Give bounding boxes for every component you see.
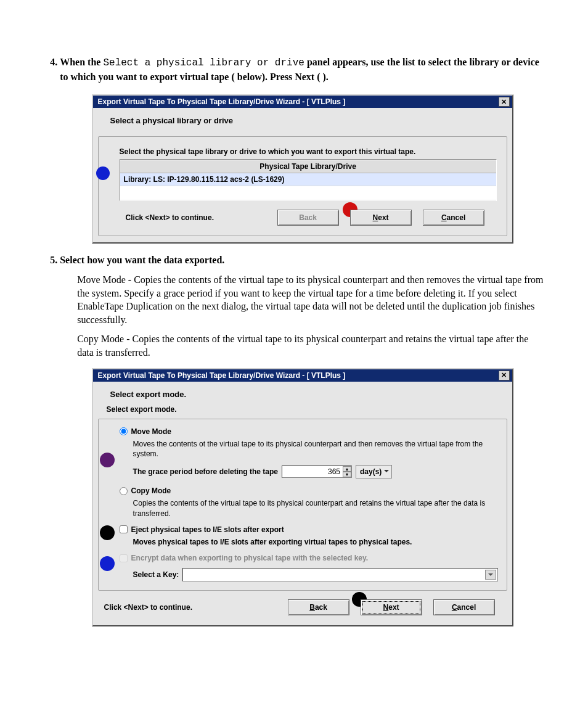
titlebar[interactable]: Export Virtual Tape To Physical Tape Lib… (93, 96, 512, 108)
dialog-select-library: Export Virtual Tape To Physical Tape Lib… (92, 94, 513, 244)
copy-mode-radio[interactable] (120, 487, 128, 495)
step4-lead-prefix: When the (60, 57, 103, 67)
spinner-up-icon[interactable]: ▲ (343, 466, 351, 472)
grace-spinner[interactable]: ▲▼ (343, 466, 351, 477)
callout-dot-blue (96, 166, 110, 180)
encrypt-checkbox (120, 554, 128, 562)
move-mode-radio[interactable] (120, 427, 128, 435)
dialog1-instruction: Select the physical tape library or driv… (120, 147, 497, 157)
eject-desc: Moves physical tapes to I/E slots after … (133, 537, 498, 547)
dialog2-footer-hint: Click <Next> to continue. (104, 602, 192, 612)
cancel-button[interactable]: Cancel (423, 210, 484, 226)
copy-mode-desc: Copies the contents of the virtual tape … (133, 498, 498, 518)
library-listbox[interactable]: Physical Tape Library/Drive Library: LS:… (120, 159, 497, 201)
dialog-select-mode: Export Virtual Tape To Physical Tape Lib… (92, 368, 513, 627)
titlebar-2[interactable]: Export Virtual Tape To Physical Tape Lib… (93, 369, 512, 382)
dialog2-title: Export Virtual Tape To Physical Tape Lib… (98, 371, 346, 380)
callout-dot-purple (100, 453, 115, 467)
dialog2-subtitle: Select export mode. (98, 385, 507, 403)
eject-option[interactable]: Eject physical tapes to I/E slots after … (120, 525, 498, 535)
close-icon[interactable]: ✕ (499, 97, 510, 107)
encrypt-label: Encrypt data when exporting to physical … (131, 553, 369, 563)
back-button[interactable]: Back (288, 599, 349, 615)
next-button[interactable]: Next (350, 210, 412, 226)
grace-unit-select[interactable]: day(s) (356, 465, 392, 478)
step-5: Select how you want the data exported. M… (60, 253, 545, 626)
close-icon[interactable]: ✕ (499, 371, 510, 380)
step5-heading: Select how you want the data exported. (60, 255, 224, 265)
grace-value-input[interactable] (282, 466, 352, 478)
copy-mode-option[interactable]: Copy Mode (120, 486, 498, 496)
spinner-down-icon[interactable]: ▼ (343, 472, 351, 477)
eject-label: Eject physical tapes to I/E slots after … (131, 525, 284, 535)
library-panel: Select the physical tape library or driv… (98, 136, 507, 237)
listbox-row-empty[interactable] (120, 186, 496, 200)
eject-checkbox[interactable] (120, 525, 128, 533)
listbox-row-selected[interactable]: Library: LS: IP-129.80.115.112 acs-2 (LS… (120, 173, 496, 186)
select-key-label: Select a Key: (133, 570, 179, 580)
select-key-combo[interactable] (182, 568, 497, 581)
mode-fieldset: Move Mode Moves the contents ot the virt… (98, 419, 507, 591)
step5-copy-para: Copy Mode - Copies the contents of the v… (77, 332, 545, 359)
step-4: When the Select a physical library or dr… (60, 55, 545, 244)
next-button[interactable]: Next (361, 599, 422, 615)
back-button: Back (277, 210, 339, 226)
move-mode-label: Move Mode (131, 427, 171, 437)
grace-label: The grace period before deleting the tap… (133, 467, 278, 477)
callout-dot-blue-2 (100, 556, 115, 571)
step4-code: Select a physical library or drive (103, 57, 304, 68)
move-mode-option[interactable]: Move Mode (120, 427, 498, 437)
encrypt-option: Encrypt data when exporting to physical … (120, 553, 498, 563)
dialog1-title: Export Virtual Tape To Physical Tape Lib… (98, 97, 346, 107)
callout-dot-black-1 (100, 525, 115, 540)
select-key-row: Select a Key: (133, 568, 498, 581)
dialog1-subtitle: Select a physical library or drive (98, 112, 507, 134)
dialog1-footer-hint: Click <Next> to continue. (126, 213, 214, 223)
dialog2-panel-heading: Select export mode. (98, 402, 507, 414)
cancel-button[interactable]: Cancel (433, 599, 495, 615)
grace-period-row: The grace period before deleting the tap… (133, 465, 498, 478)
step5-move-para: Move Mode - Copies the contents of the v… (77, 273, 545, 326)
listbox-column-header: Physical Tape Library/Drive (120, 160, 496, 173)
copy-mode-label: Copy Mode (131, 486, 171, 496)
move-mode-desc: Moves the contents ot the virtual tape t… (133, 439, 498, 459)
